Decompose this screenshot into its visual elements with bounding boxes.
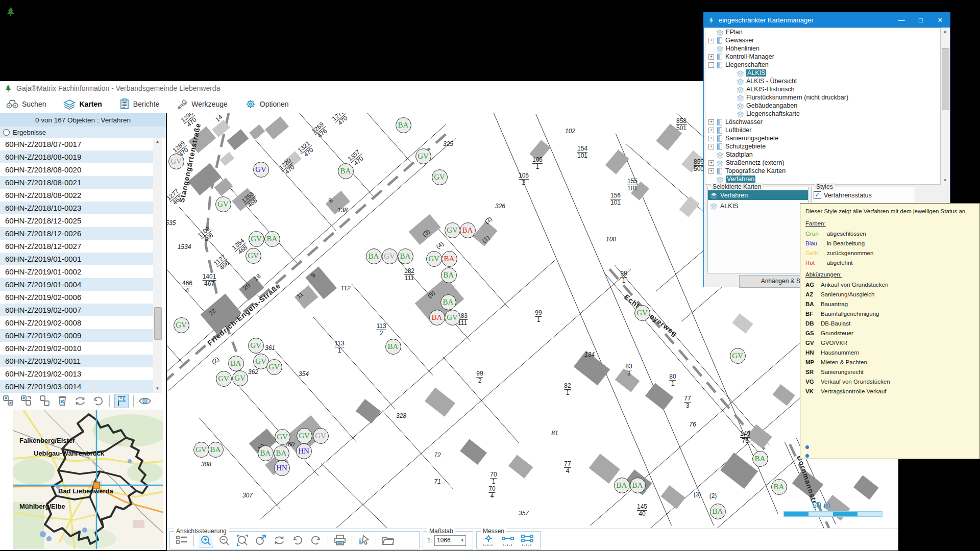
list-item[interactable]: 60HN-Z/2019/01-0004	[0, 278, 153, 291]
zoom-out-button[interactable]	[217, 534, 231, 547]
list-item[interactable]: 60HN-Z/2018/07-0017	[0, 138, 153, 151]
procedure-marker-ba[interactable]: BA	[752, 451, 768, 467]
procedure-marker-ba[interactable]: BA	[366, 248, 382, 264]
tree-expander-icon[interactable]: +	[708, 119, 714, 125]
procedure-marker-gv[interactable]: GV	[382, 248, 398, 264]
menu-item-berichte[interactable]: Berichte	[119, 98, 159, 110]
procedure-marker-hn[interactable]: HN	[274, 460, 290, 476]
list-item[interactable]: 60HN-Z/2019/02-0011	[0, 355, 153, 367]
zoom-pan-button[interactable]	[254, 534, 267, 547]
view-redo-button[interactable]	[309, 534, 323, 547]
tree-item-topografische-karten[interactable]: +Topografische Karten	[705, 167, 940, 175]
procedure-marker-ba[interactable]: BA	[440, 294, 456, 310]
procedure-marker-gv[interactable]: GV	[216, 371, 232, 387]
procedure-marker-gv[interactable]: GV	[297, 428, 312, 444]
list-item[interactable]: 60HN-Z/2018/10-0023	[0, 202, 153, 214]
tree-scrollbar-thumb[interactable]	[942, 48, 949, 110]
list-item[interactable]: 60HN-Z/2018/08-0019	[0, 151, 153, 163]
procedure-marker-ba[interactable]: BA	[771, 479, 787, 495]
tree-item-flurst-cksnummern-nicht-druckbar-[interactable]: Flurstücksnummern (nicht druckbar)	[705, 93, 940, 102]
tree-item-fplan[interactable]: FPlan	[705, 28, 940, 36]
list-item[interactable]: 60HN-Z/2019/02-0013	[0, 367, 153, 380]
procedure-marker-gv[interactable]: GV	[168, 154, 184, 169]
refresh-view-button[interactable]	[273, 534, 286, 547]
select-subtract-button[interactable]	[20, 394, 33, 408]
procedure-marker-gv[interactable]: GV	[426, 251, 442, 267]
list-item[interactable]: 60HN-Z/2019/03-0014	[0, 380, 153, 393]
scrollbar-thumb[interactable]	[154, 307, 162, 340]
procedure-marker-gv[interactable]: GV	[275, 429, 290, 445]
refresh-button[interactable]	[74, 394, 87, 408]
visibility-button[interactable]	[138, 394, 152, 408]
tree-expander-icon[interactable]: −	[708, 62, 714, 68]
list-item[interactable]: 60HN-Z/2018/12-0025	[0, 214, 153, 227]
tree-expander-icon[interactable]: +	[708, 144, 714, 149]
procedure-marker-gv[interactable]: GV	[232, 370, 248, 386]
procedure-marker-gv[interactable]: GV	[246, 248, 261, 264]
procedure-marker-ba[interactable]: BA	[398, 248, 413, 264]
tree-item-gew-sser[interactable]: +Gewässer	[705, 36, 940, 44]
selected-map-alkis[interactable]: ALKIS	[708, 201, 808, 211]
procedure-marker-ba[interactable]: BA	[441, 267, 457, 283]
results-group-row[interactable]: Ergebnisse	[0, 127, 166, 138]
menu-item-karten[interactable]: Karten	[63, 98, 102, 110]
procedure-marker-gv[interactable]: GV	[415, 148, 431, 164]
procedure-marker-gv[interactable]: GV	[174, 317, 189, 333]
style-checkbox[interactable]: ✓	[814, 191, 821, 199]
procedure-marker-ba[interactable]: BA	[385, 339, 401, 355]
procedure-marker-gv[interactable]: GV	[313, 428, 329, 444]
procedure-marker-ba[interactable]: BA	[460, 222, 476, 238]
procedure-marker-gv[interactable]: GV	[266, 359, 282, 375]
list-item[interactable]: 60HN-Z/2019/02-0009	[0, 329, 153, 342]
list-item[interactable]: 60HN-Z/2019/02-0007	[0, 304, 153, 316]
list-item[interactable]: 60HN-Z/2018/12-0026	[0, 227, 153, 240]
tree-item-alkis[interactable]: ALKIS	[705, 69, 940, 77]
measure-line-button[interactable]	[501, 534, 514, 547]
procedure-marker-ba[interactable]: BA	[429, 310, 445, 325]
tree-expander-icon[interactable]: +	[708, 54, 714, 60]
tree-item-liegenschaften[interactable]: −Liegenschaften	[705, 61, 940, 69]
identify-button[interactable]: i	[357, 534, 371, 547]
procedure-marker-gv[interactable]: GV	[215, 196, 231, 212]
overview-minimap[interactable]: Falkenberg/ElsterUebigau-WahrenbrückBad …	[13, 410, 163, 549]
procedure-marker-gv[interactable]: GV	[445, 310, 460, 325]
list-item[interactable]: 60HN-Z/2019/02-0006	[0, 291, 153, 304]
select-add-button[interactable]	[2, 394, 15, 408]
view-undo-button[interactable]	[291, 534, 304, 547]
tree-item-sanierungsgebiete[interactable]: +Sanierungsgebiete	[705, 134, 940, 142]
measure-area-button[interactable]	[521, 534, 534, 547]
list-item[interactable]: 60HN-Z/2019/01-0001	[0, 253, 153, 265]
procedure-marker-gv[interactable]: GV	[432, 169, 448, 185]
list-item[interactable]: 60HN-Z/2018/08-0021	[0, 176, 153, 189]
menu-item-werkzeuge[interactable]: Werkzeuge	[177, 98, 228, 110]
tree-item-h-henlinien[interactable]: Höhenlinien	[705, 44, 940, 53]
tree-item-verfahren[interactable]: Verfahren	[705, 175, 940, 183]
procedure-marker-ba[interactable]: BA	[208, 442, 224, 458]
procedure-marker-gv[interactable]: GV	[249, 231, 264, 247]
list-item[interactable]: 60HN-Z/2018/12-0027	[0, 240, 153, 253]
tree-item-kontroll-manager[interactable]: +Kontroll-Manager	[705, 53, 940, 61]
tree-item-alkis-historisch[interactable]: ALKIS-Historisch	[705, 85, 940, 93]
procedure-marker-ba[interactable]: BA	[442, 251, 457, 267]
zoom-rect-button[interactable]	[236, 534, 249, 547]
procedure-marker-ba[interactable]: BA	[338, 163, 354, 179]
procedure-marker-ba[interactable]: BA	[614, 478, 630, 493]
open-folder-button[interactable]	[381, 534, 395, 547]
tree-scrollbar[interactable]: ▲ ▼	[941, 28, 949, 185]
procedure-marker-ba[interactable]: BA	[228, 356, 244, 371]
tree-item-l-schwasser[interactable]: +Löschwasser	[705, 118, 940, 126]
procedure-marker-gv[interactable]: GV	[445, 222, 460, 238]
kartenmanager-title-bar[interactable]: eingeschränkter Kartenmanager — □ ✕	[704, 13, 950, 28]
menu-item-optionen[interactable]: Optionen	[245, 98, 289, 110]
list-item[interactable]: 60HN-Z/2019/02-0008	[0, 316, 153, 329]
maximize-button[interactable]: □	[911, 13, 930, 28]
procedure-marker-ba[interactable]: BA	[264, 231, 280, 247]
zoom-in-button[interactable]	[199, 534, 212, 547]
close-button[interactable]: ✕	[930, 13, 950, 28]
list-item[interactable]: 60HN-Z/2018/08-0022	[0, 189, 153, 202]
measure-point-button[interactable]	[482, 534, 495, 547]
procedure-marker-hn[interactable]: HN	[296, 443, 312, 459]
tree-item-stadtplan[interactable]: Stadtplan	[705, 151, 940, 159]
procedure-marker-gv[interactable]: GV	[730, 348, 746, 364]
list-item[interactable]: 60HN-Z/2019/01-0002	[0, 265, 153, 278]
